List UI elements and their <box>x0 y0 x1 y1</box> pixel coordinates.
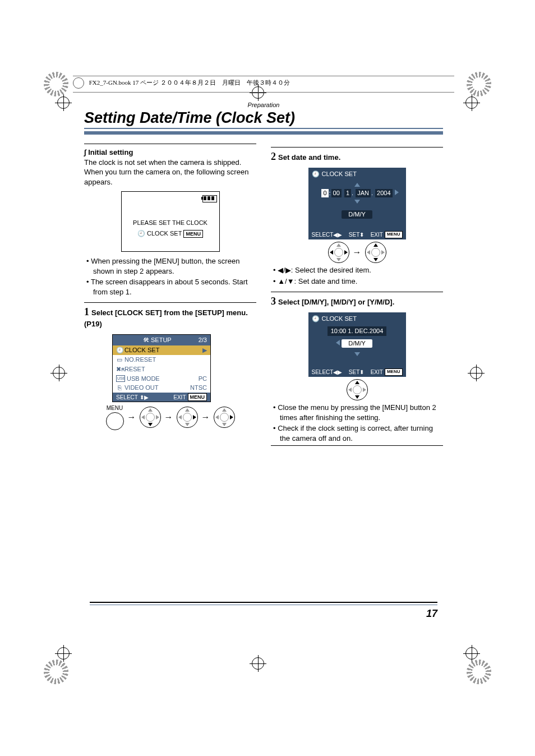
clockset-screen-step2: 🕘CLOCK SET 0:00 1. JAN. 2004 D/M/Y SELEC… <box>308 168 406 239</box>
clockset-screen-step3: 🕘CLOCK SET 10:00 1. DEC.2004 D/M/Y SELEC… <box>308 312 406 377</box>
section-label: Preparation <box>73 102 454 108</box>
month-field: JAN <box>356 189 371 197</box>
setup-menu-screen: 🛠 SETUP 2/3 🕘CLOCK SET ▶ ▭NO.RESET <box>112 334 211 402</box>
page-content: FX2_7-GN.book 17 ページ ２００４年８月２日 月曜日 午後３時４… <box>73 76 454 620</box>
menu-button-label: MENU <box>107 404 123 412</box>
bullet-item: When pressing the [MENU] button, the scr… <box>86 256 256 276</box>
dmy-pill: D/M/Y <box>342 210 372 219</box>
step-2: 2Set date and time. <box>271 147 443 163</box>
clock-icon: 🕘 <box>312 170 320 178</box>
joystick-icon <box>140 407 161 428</box>
crop-mark-icon <box>50 365 67 381</box>
please-set-clock-screen: PLEASE SET THE CLOCK 🕘 CLOCK SET MENU <box>121 191 220 252</box>
lcd-line1: PLEASE SET THE CLOCK <box>133 219 207 227</box>
triangle-left-icon <box>336 340 340 345</box>
bullet-item: Check if the clock setting is correct, a… <box>273 423 443 443</box>
setup-row-clockset: 🕘CLOCK SET ▶ <box>113 345 210 355</box>
year-field: 2004 <box>375 189 392 197</box>
setup-row-noreset: ▭NO.RESET <box>113 355 210 365</box>
joystick-icon <box>365 242 386 263</box>
left-right-arrow-icon <box>278 266 291 274</box>
arrow-right-icon: → <box>201 411 210 423</box>
clock-icon: 🕘 <box>312 315 320 323</box>
step1-joystick-diagram: MENU → → → <box>84 404 256 430</box>
dmy-pill-selected: D/M/Y <box>342 339 372 348</box>
book-mark-icon <box>73 77 84 89</box>
page-title: Setting Date/Time (Clock Set) <box>84 109 443 135</box>
setup-row-reset: ✖ʀRESET <box>113 365 210 374</box>
setup-page: 2/3 <box>199 336 207 344</box>
usb-icon: USB <box>116 375 125 381</box>
up-down-arrow-icon <box>278 277 294 285</box>
step3-joystick-diagram <box>271 379 443 400</box>
step2-notes: : Select the desired item. : Set date an… <box>271 265 443 286</box>
setup-row-videoout: ⎘VIDEO OUT NTSC <box>113 383 210 393</box>
note-item: : Set date and time. <box>273 276 443 287</box>
right-column: 2Set date and time. 🕘CLOCK SET 0:00 1. J… <box>271 141 443 449</box>
triangle-down-icon <box>354 200 360 204</box>
date-readout: 10:00 1. DEC.2004 <box>328 326 387 336</box>
chevron-right-icon: ▶ <box>202 346 207 354</box>
crop-mark-icon <box>463 645 480 662</box>
clock-icon: 🕘 <box>137 229 145 238</box>
day-field: 1 <box>344 189 351 197</box>
triangle-right-icon <box>395 190 399 195</box>
registration-mark-icon <box>44 72 68 96</box>
menu-button-icon <box>106 412 124 430</box>
crop-mark-icon <box>468 365 485 381</box>
intro-text: The clock is not set when the camera is … <box>84 158 256 187</box>
arrow-right-icon: → <box>127 411 136 423</box>
step3-bullets: Close the menu by pressing the [MENU] bu… <box>271 403 443 443</box>
bullet-item: The screen disappears in about 5 seconds… <box>86 277 256 297</box>
menu-badge: MENU <box>183 230 203 238</box>
intro-bullets: When pressing the [MENU] button, the scr… <box>84 256 256 297</box>
registration-mark-icon <box>44 660 68 684</box>
joystick-icon <box>328 242 349 263</box>
meta-text: FX2_7-GN.book 17 ページ ２００４年８月２日 月曜日 午後３時４… <box>89 79 290 86</box>
joystick-icon <box>347 379 368 400</box>
arrow-right-icon: → <box>164 411 173 423</box>
counter-icon: ▭ <box>116 356 123 364</box>
lcd-line2: 🕘 CLOCK SET MENU <box>137 229 203 238</box>
note-item: : Select the desired item. <box>273 265 443 275</box>
crop-mark-icon <box>55 645 72 662</box>
hour-field: 0 <box>321 189 328 197</box>
registration-mark-icon <box>467 72 491 96</box>
reset-icon: ✖ʀ <box>116 365 123 374</box>
registration-mark-icon <box>467 660 491 684</box>
crop-mark-icon <box>55 94 72 111</box>
step2-joystick-diagram: → <box>271 242 443 263</box>
arrow-right-icon: → <box>353 246 362 259</box>
wrench-icon: 🛠 <box>143 336 149 344</box>
joystick-icon <box>214 407 235 428</box>
bullet-item: Close the menu by pressing the [MENU] bu… <box>273 403 443 422</box>
crop-mark-icon <box>463 94 480 111</box>
date-fields: 0:00 1. JAN. 2004 <box>312 189 403 197</box>
battery-icon <box>202 195 217 202</box>
footer-rule <box>90 602 437 605</box>
joystick-icon <box>177 407 198 428</box>
setup-row-usbmode: USBUSB MODE PC <box>113 374 210 384</box>
left-column: ∫ Initial setting The clock is not set w… <box>84 141 256 449</box>
triangle-up-icon <box>354 183 360 187</box>
min-field: 00 <box>331 189 342 197</box>
step-1: 1Select [CLOCK SET] from the [SETUP] men… <box>84 302 256 329</box>
crop-mark-icon <box>250 655 266 672</box>
triangle-down-icon <box>354 352 360 356</box>
file-meta-line: FX2_7-GN.book 17 ページ ２００４年８月２日 月曜日 午後３時４… <box>73 76 454 93</box>
page-number: 17 <box>426 608 437 620</box>
setup-title: SETUP <box>151 336 172 344</box>
step-3: 3Select [D/M/Y], [M/D/Y] or [Y/M/D]. <box>271 292 443 308</box>
initial-setting-heading: ∫ Initial setting <box>84 147 256 158</box>
clock-icon: 🕘 <box>116 346 123 354</box>
video-out-icon: ⎘ <box>116 384 123 392</box>
